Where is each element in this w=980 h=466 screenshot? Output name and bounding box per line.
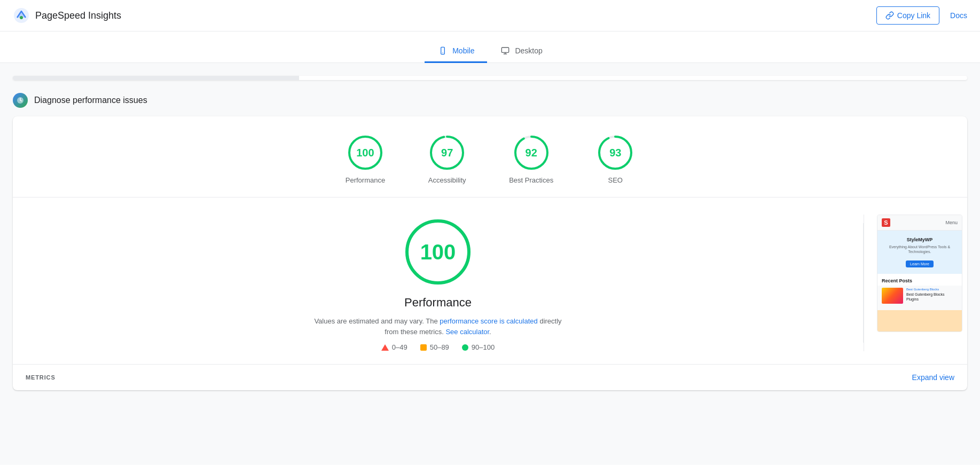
link-icon [885, 11, 894, 20]
header: PageSpeed Insights Copy Link Docs [0, 0, 980, 31]
scores-row: 100 Performance 97 Accessibility [13, 116, 967, 198]
calculator-link[interactable]: See calculator [445, 328, 489, 336]
big-score-main: 100 Performance Values are estimated and… [26, 215, 863, 351]
app-title: PageSpeed Insights [35, 10, 121, 21]
legend-fail: 0–49 [381, 343, 407, 351]
diagnose-title: Diagnose performance issues [34, 96, 147, 105]
desktop-icon [500, 46, 511, 55]
main-content: Diagnose performance issues 100 Performa… [0, 63, 980, 465]
preview-logo: S [882, 218, 890, 227]
score-item-accessibility: 97 Accessibility [428, 133, 466, 184]
pass-icon [462, 344, 468, 351]
preview-header-bar: S Menu [877, 215, 962, 231]
preview-frame: S Menu StyleMyWP Everything About WordPr… [877, 215, 962, 332]
tab-desktop-label: Desktop [515, 46, 542, 55]
metrics-bar: METRICS Expand view [13, 364, 967, 390]
tab-mobile-label: Mobile [452, 46, 474, 55]
pagespeed-logo [13, 7, 30, 24]
progress-bar-fill [13, 76, 299, 80]
preview-more-content [877, 310, 962, 331]
score-circle-performance: 100 [346, 133, 385, 172]
score-circle-best-practices: 92 [512, 133, 551, 172]
preview-post-item: Best Gutenberg Blocks Best Gutenberg Blo… [882, 288, 958, 304]
copy-link-button[interactable]: Copy Link [876, 6, 939, 25]
tab-desktop[interactable]: Desktop [487, 40, 555, 63]
tab-mobile[interactable]: Mobile [425, 40, 487, 63]
header-left: PageSpeed Insights [13, 7, 121, 24]
score-item-seo: 93 SEO [596, 133, 634, 184]
score-value-best-practices: 92 [526, 147, 537, 159]
preview-post-image [882, 288, 903, 304]
expand-view-link[interactable]: Expand view [912, 373, 954, 382]
legend-row: 0–49 50–89 90–100 [381, 343, 495, 351]
docs-link[interactable]: Docs [950, 11, 967, 20]
mobile-icon [437, 46, 448, 55]
score-item-performance: 100 Performance [346, 133, 385, 184]
fail-range: 0–49 [392, 343, 407, 351]
perf-score-link[interactable]: performance score is calculated [440, 317, 538, 325]
tab-bar: Mobile Desktop [0, 31, 980, 63]
site-preview: S Menu StyleMyWP Everything About WordPr… [864, 215, 954, 351]
score-label-accessibility: Accessibility [428, 176, 466, 184]
preview-recent-posts-title: Recent Posts [877, 274, 962, 286]
score-value-performance: 100 [356, 147, 374, 159]
score-circle-seo: 93 [596, 133, 634, 172]
big-score-title: Performance [404, 296, 472, 310]
progress-bar-container [13, 76, 967, 80]
copy-link-label: Copy Link [897, 11, 930, 20]
big-score-value: 100 [420, 240, 456, 264]
score-circle-accessibility: 97 [428, 133, 466, 172]
preview-hero-title: StyleMyWP [882, 237, 958, 242]
header-right: Copy Link Docs [876, 6, 967, 25]
svg-point-1 [20, 16, 23, 19]
preview-menu: Menu [945, 220, 958, 225]
preview-hero: StyleMyWP Everything About WordPress Too… [877, 231, 962, 274]
svg-rect-4 [502, 48, 509, 52]
legend-average: 50–89 [420, 343, 449, 351]
average-icon [420, 344, 427, 351]
legend-pass: 90–100 [462, 343, 495, 351]
preview-post-tags: Best Gutenberg Blocks [906, 288, 958, 291]
score-value-seo: 93 [609, 147, 621, 159]
preview-post-title: Best Gutenberg Blocks Plugins [906, 292, 958, 302]
svg-point-3 [443, 52, 443, 53]
diagnose-header: Diagnose performance issues [13, 93, 967, 108]
fail-icon [381, 344, 389, 351]
diagnose-icon [13, 93, 28, 108]
score-label-seo: SEO [608, 176, 623, 184]
preview-hero-sub: Everything About WordPress Tools & Techn… [882, 244, 958, 254]
score-item-best-practices: 92 Best Practices [509, 133, 553, 184]
pass-range: 90–100 [472, 343, 495, 351]
score-label-performance: Performance [346, 176, 385, 184]
big-score-content: 100 Performance Values are estimated and… [13, 198, 967, 364]
score-value-accessibility: 97 [441, 147, 453, 159]
preview-posts: Best Gutenberg Blocks Best Gutenberg Blo… [877, 286, 962, 310]
main-card: 100 Performance 97 Accessibility [13, 116, 967, 390]
average-range: 50–89 [430, 343, 449, 351]
score-description: Values are estimated and may vary. The p… [310, 316, 566, 337]
preview-cta: Learn More [906, 260, 934, 267]
big-score-circle: 100 [401, 215, 475, 289]
score-label-best-practices: Best Practices [509, 176, 553, 184]
metrics-label: METRICS [26, 374, 56, 381]
